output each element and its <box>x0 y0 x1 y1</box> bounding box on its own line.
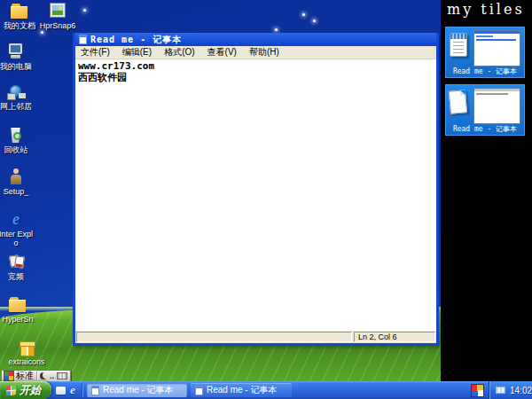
thumbnail-text-line <box>476 93 508 95</box>
thumbnail-titlebar <box>474 31 520 34</box>
show-desktop-icon[interactable] <box>56 387 66 395</box>
ime-tray-icon[interactable] <box>472 385 483 396</box>
taskbar: 开始 Read me - 记事本 Read me - 记事本 14:02 <box>0 381 532 399</box>
desktop-icon-hprsnap6[interactable]: HprSnap6 <box>38 3 77 30</box>
system-tray: 14:02 <box>489 381 532 399</box>
quick-launch <box>53 381 78 399</box>
tile-label: Read me - 记事本 <box>445 124 525 134</box>
status-line-col: Ln 2, Col 6 <box>354 332 435 342</box>
icon-label: Setup_ <box>0 187 34 196</box>
setup-person-icon <box>6 168 26 185</box>
computer-icon <box>6 43 26 60</box>
tile-read-me-1[interactable]: Read me - 记事本 <box>445 27 525 78</box>
notepad-window: Read me - 记事本 文件(F) 编辑(E) 格式(O) 查看(V) 帮助… <box>73 33 439 346</box>
taskbar-divider <box>82 383 82 397</box>
window-thumbnail <box>473 30 520 66</box>
windows-flag-icon <box>6 385 16 395</box>
desktop-icon-network-places[interactable]: 网上邻居 <box>0 83 34 111</box>
menu-item-file[interactable]: 文件(F) <box>81 46 110 59</box>
tray-keyboard-icon[interactable] <box>496 387 505 394</box>
icon-label: 我的文档 <box>0 21 39 30</box>
sparkle <box>313 20 316 22</box>
punctuation-toggle[interactable]: .. <box>50 372 54 379</box>
window-title: Read me - 记事本 <box>90 34 182 46</box>
tile-read-me-2[interactable]: Read me - 记事本 <box>445 84 525 136</box>
thumbnail-titlebar <box>474 89 520 91</box>
folder-icon <box>10 3 29 20</box>
text-line: 西西软件园 <box>78 72 434 83</box>
start-label: 开始 <box>20 383 41 398</box>
tiles-panel: my tiles Read me - 记事本 Read me - 记事本 <box>441 0 532 381</box>
desktop-icon-my-documents[interactable]: 我的文档 <box>0 3 39 30</box>
icon-label: Inter Explo <box>0 230 34 247</box>
task-button-read-me-active[interactable]: Read me - 记事本 <box>87 383 187 397</box>
tray-clock[interactable]: 14:02 <box>510 386 532 395</box>
menu-item-format[interactable]: 格式(O) <box>164 46 194 59</box>
recycle-bin-icon <box>6 127 26 144</box>
ime-language-bar: 标准 .. <box>1 370 71 382</box>
notepad-icon <box>91 386 99 395</box>
sparkle <box>275 28 278 31</box>
desktop-icon-hypersnap-folder[interactable]: HyperSn <box>0 296 37 324</box>
gift-box-icon <box>17 339 36 356</box>
icon-label: 我的电脑 <box>0 62 34 71</box>
menu-item-view[interactable]: 查看(V) <box>207 46 237 59</box>
task-button-read-me[interactable]: Read me - 记事本 <box>191 383 292 397</box>
desktop-icon-setup[interactable]: Setup_ <box>0 168 34 196</box>
status-cell-empty <box>76 332 352 342</box>
ime-badge-icon[interactable] <box>4 372 13 380</box>
internet-explorer-icon <box>6 211 26 228</box>
thumbnail-text-line <box>476 39 516 41</box>
menu-item-edit[interactable]: 编辑(E) <box>122 46 152 59</box>
desktop-icon-internet-explorer[interactable]: Inter Explo <box>0 211 34 247</box>
icon-label: 网上邻居 <box>0 102 34 111</box>
task-button-label: Read me - 记事本 <box>103 384 173 396</box>
tile-label: Read me - 记事本 <box>445 66 525 76</box>
sparkle <box>302 13 305 16</box>
desktop: 我的文档 HprSnap6 我的电脑 网上邻居 回收站 Setup_ Inter… <box>0 0 532 399</box>
notepad-icon <box>79 35 87 44</box>
title-bar[interactable]: Read me - 记事本 <box>75 33 436 46</box>
notepad-icon <box>195 386 203 395</box>
cards-app-icon <box>6 254 26 270</box>
text-editor-area[interactable]: www.cr173.com 西西软件园 <box>75 59 436 330</box>
window-thumbnail <box>473 88 520 124</box>
icon-label: 回收站 <box>0 145 34 154</box>
soft-keyboard-icon[interactable] <box>57 372 67 379</box>
network-globe-icon <box>6 83 26 100</box>
icon-label: HprSnap6 <box>38 21 77 30</box>
sparkle <box>41 31 43 34</box>
divider <box>36 372 37 380</box>
start-button[interactable]: 开始 <box>0 381 51 399</box>
desktop-icon-my-computer[interactable]: 我的电脑 <box>0 43 34 71</box>
thumbnail-text-line <box>476 35 493 37</box>
screenshot-app-icon <box>48 3 67 20</box>
icon-label: 宽频 <box>0 272 34 281</box>
fullwidth-moon-icon[interactable] <box>40 372 47 379</box>
desktop-icon-extraicons[interactable]: extraicons <box>0 339 53 366</box>
folder-icon <box>8 296 27 313</box>
desktop-icon-recycle-bin[interactable]: 回收站 <box>0 127 34 154</box>
status-bar: Ln 2, Col 6 <box>75 330 436 343</box>
text-line: www.cr173.com <box>78 60 434 72</box>
paper-icon <box>449 90 467 114</box>
desktop-icon-cards-app[interactable]: 宽频 <box>0 254 34 281</box>
sparkle <box>83 9 86 12</box>
tiles-panel-heading: my tiles <box>447 1 525 18</box>
internet-explorer-icon[interactable] <box>70 382 75 398</box>
task-button-label: Read me - 记事本 <box>207 384 277 396</box>
menu-bar: 文件(F) 编辑(E) 格式(O) 查看(V) 帮助(H) <box>75 46 436 59</box>
ime-standard-button[interactable]: 标准 <box>16 371 34 381</box>
icon-label: HyperSn <box>0 315 37 324</box>
notepad-icon <box>450 33 467 57</box>
menu-item-help[interactable]: 帮助(H) <box>249 46 279 59</box>
icon-label: extraicons <box>0 357 53 366</box>
